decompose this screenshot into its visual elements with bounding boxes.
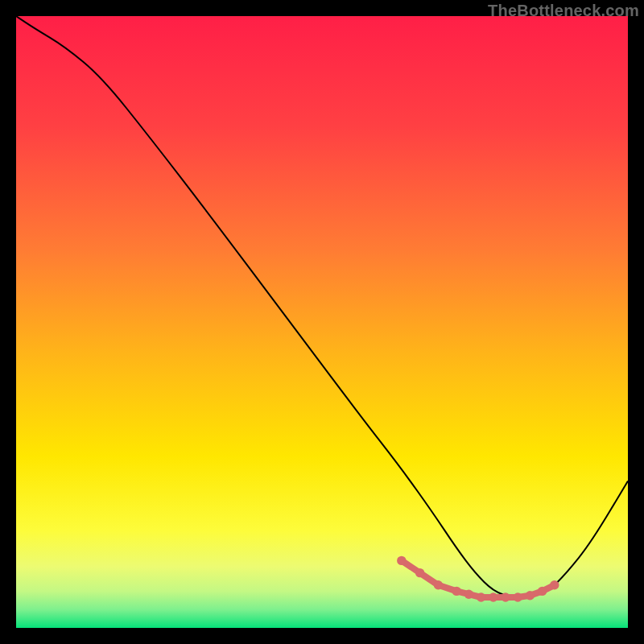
gradient-background (16, 16, 628, 628)
chart-svg (16, 16, 628, 628)
chart-plot-area (16, 16, 628, 628)
watermark-text: TheBottleneck.com (488, 2, 639, 20)
svg-point-4 (464, 590, 473, 599)
svg-point-7 (501, 592, 510, 601)
svg-point-3 (452, 587, 461, 596)
svg-point-5 (477, 592, 485, 601)
svg-point-8 (514, 592, 522, 601)
svg-point-1 (415, 568, 424, 577)
svg-point-11 (550, 580, 559, 589)
svg-point-2 (434, 580, 443, 589)
svg-point-9 (526, 591, 535, 600)
chart-stage: TheBottleneck.com (0, 0, 644, 644)
svg-point-10 (538, 587, 547, 596)
svg-point-0 (397, 556, 406, 565)
svg-point-6 (489, 592, 497, 601)
